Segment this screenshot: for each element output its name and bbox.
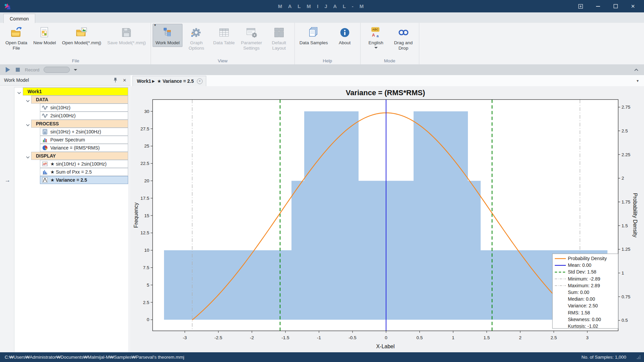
x-tick-label: -1 [317, 335, 321, 340]
work-model-tree: Work1DATAsin(10Hz)2sin(100Hz)PROCESSsin(… [14, 87, 128, 352]
expander-icon[interactable] [26, 154, 31, 158]
tree-item-label: DISPLAY [36, 153, 56, 159]
x-tick-label: 1 [452, 335, 454, 340]
ribbon-button-label: Open Model(*.mmj) [62, 40, 101, 46]
record-slider[interactable] [44, 67, 70, 73]
play-button[interactable] [5, 67, 11, 73]
tab-list-dropdown-icon[interactable]: ▾ [637, 78, 639, 83]
tree-item-variance-2-5[interactable]: ★ Variance = 2.5 [14, 176, 128, 184]
maximize-button[interactable] [612, 3, 619, 9]
tree-section-data[interactable]: DATA [14, 96, 128, 104]
tree-item-sin-10hz[interactable]: sin(10Hz) [14, 104, 128, 112]
y-left-tick-label: 15 [144, 213, 149, 218]
tab-close-icon[interactable]: ✕ [197, 78, 203, 84]
tree-item-sum-of-pxx-2-5[interactable]: ★ Sum of Pxx = 2.5 [14, 168, 128, 176]
stop-button[interactable] [15, 67, 21, 73]
square-plus-icon[interactable] [578, 3, 584, 9]
tree-section-process[interactable]: PROCESS [14, 120, 128, 128]
y-left-tick-label: 20 [144, 178, 149, 183]
tree-item-2sin-100hz[interactable]: 2sin(100Hz) [14, 112, 128, 120]
tree-item-work1[interactable]: Work1 [14, 87, 128, 96]
svg-text:A: A [372, 33, 375, 38]
ribbon-button-data-samples[interactable]: Data Samples [297, 24, 331, 47]
data-samples-icon [307, 26, 320, 39]
tree-item-sin-10hz-2sin-100hz[interactable]: sin(10Hz) + 2sin(100Hz) [14, 128, 128, 136]
ribbon-button-label: English [368, 40, 383, 46]
close-button[interactable]: ✕ [630, 3, 636, 9]
tab-common[interactable]: Common [3, 14, 35, 23]
drag-and-drop-icon [397, 26, 410, 39]
y-left-tick-label: 25 [144, 143, 149, 148]
y-right-tick-label: 1.5 [622, 223, 628, 228]
expander-icon[interactable] [26, 98, 31, 101]
data-table-icon [217, 26, 231, 39]
tree-item-variance-rms-rms[interactable]: Variance = (RMS*RMS) [14, 144, 128, 152]
barchart-icon [42, 136, 48, 143]
ribbon-tab-bar: Common [0, 12, 644, 23]
bellcurve-icon [42, 177, 48, 183]
dropdown-caret-icon [374, 47, 378, 49]
legend-label: Variance: 2.50 [568, 303, 598, 308]
ribbon-button-label: New Model [33, 40, 56, 46]
ribbon-button-work-model[interactable]: ▾Work Model [153, 24, 183, 47]
ribbon-button-open-model[interactable]: Open Model(*.mmj) [59, 24, 104, 47]
tree-item-label: ★ Sum of Pxx = 2.5 [50, 169, 92, 175]
histogram-bar [164, 250, 291, 320]
tree-item-label: sin(10Hz) + 2sin(100Hz) [50, 129, 101, 134]
chart-area: Variance = (RMS*RMS)-3-2.5-2-1.5-1-0.500… [130, 86, 644, 352]
tree-item-sin-10hz-2sin-100hz[interactable]: ★ sin(10Hz) + 2sin(100Hz) [14, 160, 128, 168]
ribbon-button-graph-options[interactable]: Graph Options [182, 24, 210, 52]
ribbon-button-about[interactable]: About [331, 24, 359, 47]
ribbon-button-save-model[interactable]: Save Model(*.mmj) [104, 24, 149, 47]
legend-label: Median: 0.00 [568, 296, 595, 302]
ribbon-button-new-model[interactable]: New Model [30, 24, 59, 47]
histogram-bar [414, 111, 468, 320]
collapse-ribbon-icon[interactable] [634, 68, 639, 71]
histogram-bar [304, 111, 359, 320]
ribbon-button-open-data-file[interactable]: Open Data File [2, 24, 30, 52]
record-dropdown-icon[interactable] [74, 69, 77, 71]
tree-item-power-spectrum[interactable]: Power Spectrum [14, 136, 128, 144]
tree-item-label: Variance = (RMS*RMS) [50, 145, 100, 150]
y-left-tick-label: 17.5 [141, 196, 149, 201]
y-right-tick-label: 0.75 [622, 294, 630, 299]
tree-section-display[interactable]: DISPLAY [14, 152, 128, 160]
window-controls: ✕ [578, 3, 644, 9]
pin-icon[interactable] [113, 77, 117, 83]
y-right-tick-label: 1.75 [622, 199, 630, 204]
titlebar: M A L M I J A L - M ✕ [0, 0, 644, 12]
ribbon-button-data-table[interactable]: Data Table [210, 24, 237, 47]
variance-chart: Variance = (RMS*RMS)-3-2.5-2-1.5-1-0.500… [130, 86, 644, 352]
ribbon-button-label: About [339, 40, 351, 46]
x-axis-label: X-Label [376, 344, 394, 349]
document-tab[interactable]: Work1► ★ Variance = 2.5 ✕ [132, 76, 206, 86]
parameter-settings-icon [245, 26, 258, 39]
y-left-tick-label: 0 [147, 317, 149, 322]
panel-close-icon[interactable]: ✕ [123, 78, 126, 83]
y-left-tick-label: 27.5 [141, 126, 149, 131]
x-tick-label: -1.5 [281, 335, 289, 340]
document-tab-title: Work1► ★ Variance = 2.5 [137, 78, 194, 84]
legend-label: Skewness: 0.00 [568, 317, 601, 322]
ribbon-group-help: Data SamplesAboutHelp [295, 23, 361, 64]
minimize-button[interactable] [595, 3, 601, 9]
ribbon-button-drag-and-drop[interactable]: Drag and Drop [390, 24, 417, 52]
ribbon-button-default-layout[interactable]: Default Layout [265, 24, 293, 52]
expander-icon[interactable] [17, 90, 22, 93]
english-icon: ABCAa [369, 26, 383, 39]
ribbon-button-parameter-settings[interactable]: Parameter Settings [238, 24, 265, 52]
expander-icon[interactable] [26, 122, 31, 125]
x-tick-label: 2.5 [551, 335, 557, 340]
default-layout-icon [272, 26, 286, 39]
ribbon-group-label: File [1, 58, 151, 63]
legend-label: Maximum: 2.89 [568, 283, 600, 288]
about-icon [338, 26, 352, 39]
ribbon-button-label: Parameter Settings [241, 40, 262, 51]
legend-label: Sum: 0.00 [568, 290, 589, 295]
ribbon-button-label: Open Data File [5, 40, 27, 51]
ribbon-button-label: Save Model(*.mmj) [107, 40, 146, 46]
resize-grip[interactable] [636, 355, 641, 359]
x-tick-label: -3 [183, 335, 187, 340]
x-tick-label: -2.5 [214, 335, 222, 340]
ribbon-button-english[interactable]: ABCAaEnglish [362, 24, 390, 50]
